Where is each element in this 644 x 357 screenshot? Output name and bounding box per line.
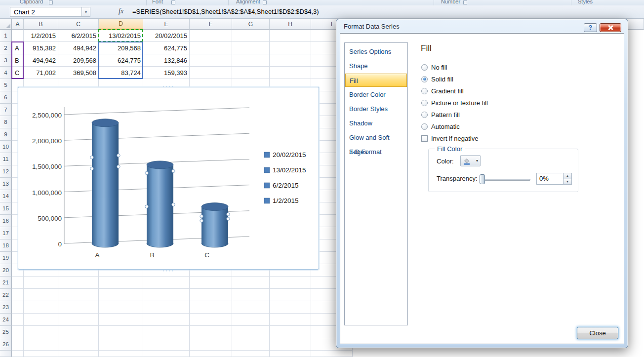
cell-B21[interactable] xyxy=(24,277,58,289)
row-header-16[interactable]: 16 xyxy=(0,215,12,227)
row-header-9[interactable]: 9 xyxy=(0,128,12,141)
nav-item-fill[interactable]: Fill xyxy=(345,74,407,87)
row-header-1[interactable]: 1 xyxy=(0,30,12,42)
cell-C27[interactable] xyxy=(58,351,99,357)
cell-H21[interactable] xyxy=(270,277,311,289)
cell-F4[interactable] xyxy=(190,67,232,79)
row-header-7[interactable]: 7 xyxy=(0,104,12,116)
spin-up-button[interactable]: ▲ xyxy=(564,173,571,179)
cell-F27[interactable] xyxy=(190,351,232,357)
cell-B24[interactable] xyxy=(24,314,58,326)
cell-A4[interactable]: C xyxy=(12,67,24,79)
row-header-25[interactable]: 25 xyxy=(0,326,12,338)
cell-G2[interactable] xyxy=(232,42,270,54)
cell-H25[interactable] xyxy=(270,326,311,338)
spin-down-button[interactable]: ▼ xyxy=(564,179,571,185)
cell-F24[interactable] xyxy=(190,314,232,326)
cell-F22[interactable] xyxy=(190,289,232,301)
column-header-E[interactable]: E xyxy=(143,19,190,30)
column-header-F[interactable]: F xyxy=(190,19,232,30)
cell-F21[interactable] xyxy=(190,277,232,289)
dialog-close-button[interactable] xyxy=(600,23,621,32)
dialog-launcher-icon[interactable] xyxy=(49,0,53,4)
cell-E26[interactable] xyxy=(143,338,190,351)
cell-A25[interactable] xyxy=(12,326,24,338)
cell-G26[interactable] xyxy=(232,338,270,351)
cell-D26[interactable] xyxy=(99,338,143,351)
checkbox-invert-if-negative[interactable]: Invert if negative xyxy=(421,132,488,144)
cell-D25[interactable] xyxy=(99,326,143,338)
column-header-C[interactable]: C xyxy=(58,19,99,30)
cell-G27[interactable] xyxy=(232,351,270,357)
column-header-G[interactable]: G xyxy=(232,19,270,30)
cell-A21[interactable] xyxy=(12,277,24,289)
cell-C26[interactable] xyxy=(58,338,99,351)
cell-E2[interactable]: 624,775 xyxy=(143,42,190,54)
radio-solid-fill[interactable]: Solid fill xyxy=(421,73,488,85)
insert-function-button[interactable]: fx xyxy=(119,7,123,15)
transparency-spinner[interactable]: 0% ▲ ▼ xyxy=(536,173,572,185)
cell-G1[interactable] xyxy=(232,30,270,42)
cell-C4[interactable]: 369,508 xyxy=(58,67,99,79)
cell-A22[interactable] xyxy=(12,289,24,301)
select-all-button[interactable] xyxy=(0,19,12,30)
cell-B22[interactable] xyxy=(24,289,58,301)
cell-B4[interactable]: 71,002 xyxy=(24,67,58,79)
row-header-23[interactable]: 23 xyxy=(0,301,12,314)
row-header-8[interactable]: 8 xyxy=(0,116,12,128)
row-header-19[interactable]: 19 xyxy=(0,252,12,264)
dialog-launcher-icon[interactable] xyxy=(463,0,467,4)
cell-F1[interactable] xyxy=(190,30,232,42)
row-header-20[interactable]: 20 xyxy=(0,264,12,277)
nav-item-series-options[interactable]: Series Options xyxy=(345,44,407,59)
row-header-10[interactable]: 10 xyxy=(0,141,12,153)
close-button[interactable]: Close xyxy=(577,327,618,339)
cell-C25[interactable] xyxy=(58,326,99,338)
cell-G3[interactable] xyxy=(232,54,270,67)
cell-C2[interactable]: 494,942 xyxy=(58,42,99,54)
column-header-B[interactable]: B xyxy=(24,19,58,30)
cell-G4[interactable] xyxy=(232,67,270,79)
cell-E25[interactable] xyxy=(143,326,190,338)
cell-D27[interactable] xyxy=(99,351,143,357)
row-header-15[interactable]: 15 xyxy=(0,202,12,215)
row-header-5[interactable]: 5 xyxy=(0,79,12,91)
cell-H26[interactable] xyxy=(270,338,311,351)
cell-A24[interactable] xyxy=(12,314,24,326)
row-header-6[interactable]: 6 xyxy=(0,91,12,104)
nav-item-shadow[interactable]: Shadow xyxy=(345,116,407,130)
column-header-H[interactable]: H xyxy=(270,19,311,30)
column-header-D[interactable]: D xyxy=(99,19,143,30)
cell-H24[interactable] xyxy=(270,314,311,326)
cell-D2[interactable]: 209,568 xyxy=(99,42,143,54)
chart-plot-area[interactable]: 2,500,0002,000,0001,500,0001,000,000500,… xyxy=(18,87,319,269)
row-header-17[interactable]: 17 xyxy=(0,227,12,239)
cell-F23[interactable] xyxy=(190,301,232,314)
row-header-21[interactable]: 21 xyxy=(0,277,12,289)
cell-E27[interactable] xyxy=(143,351,190,357)
row-header-13[interactable]: 13 xyxy=(0,178,12,190)
cell-H27[interactable] xyxy=(270,351,311,357)
fill-color-button[interactable]: ▾ xyxy=(460,155,481,166)
cell-H22[interactable] xyxy=(270,289,311,301)
cell-B23[interactable] xyxy=(24,301,58,314)
help-button[interactable]: ? xyxy=(584,23,597,32)
row-header-4[interactable]: 4 xyxy=(0,67,12,79)
cell-B3[interactable]: 494,942 xyxy=(24,54,58,67)
cell-E22[interactable] xyxy=(143,289,190,301)
cell-B2[interactable]: 915,382 xyxy=(24,42,58,54)
cell-A27[interactable] xyxy=(12,351,24,357)
cell-G23[interactable] xyxy=(232,301,270,314)
name-box-dropdown[interactable]: ▼ xyxy=(82,7,90,17)
column-header-A[interactable]: A xyxy=(12,19,24,30)
cell-F2[interactable] xyxy=(190,42,232,54)
dialog-launcher-icon[interactable] xyxy=(171,0,175,4)
row-header-18[interactable]: 18 xyxy=(0,239,12,252)
nav-item-3-d-format[interactable]: 3-D Format xyxy=(345,145,407,159)
row-header-22[interactable]: 22 xyxy=(0,289,12,301)
cell-H23[interactable] xyxy=(270,301,311,314)
radio-gradient-fill[interactable]: Gradient fill xyxy=(421,85,488,97)
cell-F25[interactable] xyxy=(190,326,232,338)
cell-C24[interactable] xyxy=(58,314,99,326)
cell-E24[interactable] xyxy=(143,314,190,326)
